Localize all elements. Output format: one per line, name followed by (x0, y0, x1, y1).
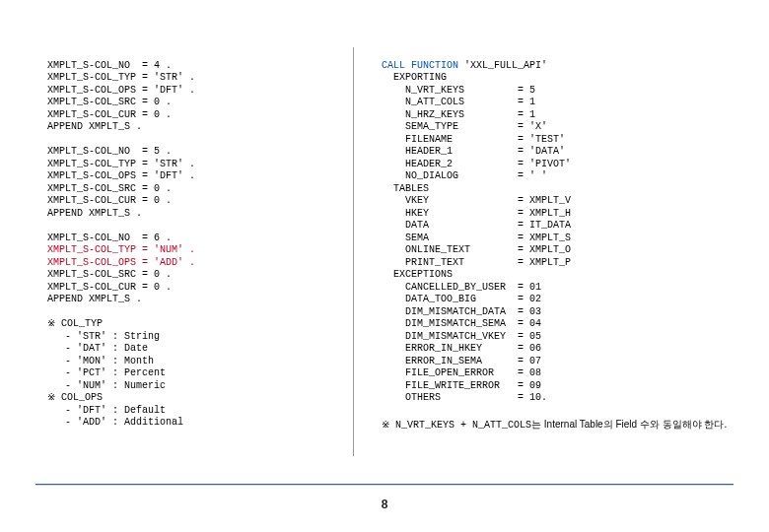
colops-list: - 'DFT' : Default - 'ADD' : Additional (47, 405, 183, 429)
right-code-column: CALL FUNCTION 'XXL_FULL_API' EXPORTING N… (353, 47, 734, 456)
code-block-3b-highlight: XMPLT_S-COL_TYP = 'NUM' . XMPLT_S-COL_OP… (47, 244, 195, 268)
left-code-column: XMPLT_S-COL_NO = 4 . XMPLT_S-COL_TYP = '… (47, 47, 353, 456)
call-function-kw: CALL FUNCTION (382, 60, 464, 71)
footnote-text: 는 Internal Table의 Field 수와 동일해야 한다. (531, 419, 727, 430)
tables-block: TABLES VKEY = XMPLT_V HKEY = XMPLT_H DAT… (382, 183, 571, 268)
coltyp-header: ※ COL_TYP (47, 318, 103, 329)
coltyp-list: - 'STR' : String - 'DAT' : Date - 'MON' … (47, 331, 166, 391)
code-block-2: XMPLT_S-COL_NO = 5 . XMPLT_S-COL_TYP = '… (47, 146, 195, 219)
footer-rule (35, 484, 734, 485)
call-function-name: 'XXL_FULL_API' (464, 60, 547, 71)
page-number: 8 (0, 498, 769, 512)
footnote-formula: ※ N_VRT_KEYS + N_ATT_COLS (382, 420, 531, 431)
exporting-block: EXPORTING N_VRT_KEYS = 5 N_ATT_COLS = 1 … (382, 72, 571, 181)
colops-header: ※ COL_OPS (47, 392, 103, 403)
footnote: ※ N_VRT_KEYS + N_ATT_COLS는 Internal Tabl… (382, 419, 734, 432)
exceptions-block: EXCEPTIONS CANCELLED_BY_USER = 01 DATA_T… (382, 269, 547, 403)
code-block-1: XMPLT_S-COL_NO = 4 . XMPLT_S-COL_TYP = '… (47, 60, 195, 133)
code-block-3a: XMPLT_S-COL_NO = 6 . (47, 233, 172, 243)
code-block-3c: XMPLT_S-COL_SRC = 0 . XMPLT_S-COL_CUR = … (47, 269, 172, 304)
